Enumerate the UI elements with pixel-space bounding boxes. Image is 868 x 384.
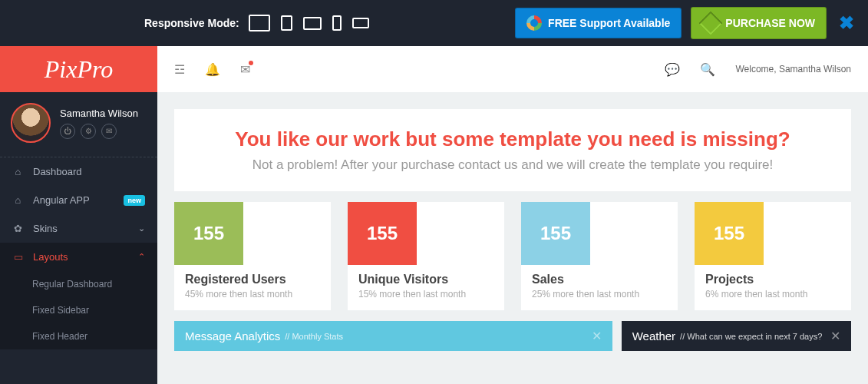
promo-title: You like our work but some template you … bbox=[190, 127, 836, 151]
promo-sub: Not a problem! After your purchase conta… bbox=[190, 157, 836, 173]
nav-dashboard[interactable]: ⌂Dashboard bbox=[0, 157, 157, 186]
desktop-icon[interactable] bbox=[249, 15, 270, 31]
logo[interactable]: PixPro bbox=[0, 46, 157, 92]
panel-subtitle: // What can we expect in next 7 days? bbox=[680, 332, 822, 341]
notification-dot bbox=[249, 61, 253, 65]
stat-sub: 15% more then last month bbox=[358, 289, 493, 300]
toggle-menu-icon[interactable]: ☲ bbox=[174, 62, 185, 77]
panels-row: Message Analytics // Monthly Stats ✕ Wea… bbox=[157, 310, 868, 351]
layout-icon: ▭ bbox=[12, 251, 24, 263]
user-panel: Samantha Wilson ⏻ ⚙ ✉ bbox=[0, 92, 157, 157]
chevron-up-icon: ⌃ bbox=[138, 252, 145, 262]
stat-sub: 45% more then last month bbox=[185, 289, 320, 300]
nav-label: Skins bbox=[33, 223, 58, 234]
new-badge: new bbox=[124, 195, 145, 206]
stat-value: 155 bbox=[348, 202, 417, 265]
panel-title: Weather bbox=[632, 329, 675, 343]
power-icon[interactable]: ⏻ bbox=[60, 124, 75, 139]
lifebuoy-icon bbox=[526, 15, 542, 31]
home-icon: ⌂ bbox=[12, 166, 24, 177]
package-icon bbox=[699, 11, 723, 35]
support-button-label: FREE Support Available bbox=[548, 17, 670, 29]
stat-title: Sales bbox=[532, 273, 667, 286]
panel-subtitle: // Monthly Stats bbox=[285, 332, 343, 341]
mail-icon[interactable]: ✉ bbox=[240, 62, 250, 77]
nav: ⌂Dashboard ⌂Angular APPnew ✿Skins⌄ ▭Layo… bbox=[0, 157, 157, 384]
sidebar: PixPro Samantha Wilson ⏻ ⚙ ✉ ⌂Dashboard … bbox=[0, 46, 157, 384]
nav-angular[interactable]: ⌂Angular APPnew bbox=[0, 186, 157, 214]
phone-landscape-icon[interactable] bbox=[352, 18, 369, 28]
comments-icon[interactable]: 💬 bbox=[665, 62, 680, 77]
promo-banner: You like our work but some template you … bbox=[174, 109, 851, 191]
message-analytics-panel: Message Analytics // Monthly Stats ✕ bbox=[174, 321, 612, 351]
stat-sales: 155 Sales25% more then last month bbox=[521, 202, 678, 310]
phone-portrait-icon[interactable] bbox=[332, 15, 342, 31]
header: ☲ 🔔 ✉ 💬 🔍 Welcome, Samantha Wilson bbox=[157, 46, 868, 92]
stat-registered-users: 155 Registered Users45% more then last m… bbox=[174, 202, 331, 310]
gear-icon[interactable]: ⚙ bbox=[81, 124, 96, 139]
stat-title: Projects bbox=[705, 273, 840, 286]
close-icon[interactable]: ✕ bbox=[592, 329, 602, 343]
responsive-mode-label: Responsive Mode: bbox=[144, 17, 239, 29]
main: ☲ 🔔 ✉ 💬 🔍 Welcome, Samantha Wilson You l… bbox=[157, 46, 868, 384]
stat-unique-visitors: 155 Unique Visitors15% more then last mo… bbox=[348, 202, 504, 310]
gear-icon: ✿ bbox=[12, 223, 24, 234]
nav-sub-regular[interactable]: Regular Dashboard bbox=[0, 271, 157, 297]
nav-label: Layouts bbox=[33, 251, 68, 263]
search-icon[interactable]: 🔍 bbox=[700, 62, 715, 77]
user-name: Samantha Wilson bbox=[60, 108, 138, 119]
tablet-portrait-icon[interactable] bbox=[281, 15, 292, 31]
nav-skins[interactable]: ✿Skins⌄ bbox=[0, 214, 157, 243]
home-icon: ⌂ bbox=[12, 194, 24, 206]
avatar[interactable] bbox=[11, 103, 51, 143]
close-preview-button[interactable]: ✖ bbox=[839, 12, 854, 34]
welcome-text: Welcome, Samantha Wilson bbox=[735, 64, 851, 74]
nav-layouts[interactable]: ▭Layouts⌃ bbox=[0, 243, 157, 271]
stat-value: 155 bbox=[521, 202, 590, 265]
purchase-button-label: PURCHASE NOW bbox=[725, 17, 815, 29]
preview-topbar: Responsive Mode: FREE Support Available … bbox=[0, 0, 868, 46]
stat-value: 155 bbox=[695, 202, 764, 265]
chat-icon[interactable]: ✉ bbox=[101, 124, 117, 139]
stat-sub: 25% more then last month bbox=[532, 289, 667, 300]
device-icons bbox=[249, 15, 369, 31]
nav-label: Dashboard bbox=[33, 166, 82, 177]
stat-title: Registered Users bbox=[185, 273, 320, 286]
stats-row: 155 Registered Users45% more then last m… bbox=[157, 202, 868, 310]
nav-sub-fixed-sidebar[interactable]: Fixed Sidebar bbox=[0, 297, 157, 323]
nav-label: Angular APP bbox=[33, 194, 90, 206]
close-icon[interactable]: ✕ bbox=[830, 329, 840, 343]
chevron-down-icon: ⌄ bbox=[138, 223, 145, 233]
purchase-button[interactable]: PURCHASE NOW bbox=[691, 7, 827, 39]
panel-title: Message Analytics bbox=[185, 329, 280, 343]
stat-sub: 6% more then last month bbox=[705, 289, 840, 300]
stat-projects: 155 Projects6% more then last month bbox=[695, 202, 851, 310]
bell-icon[interactable]: 🔔 bbox=[205, 62, 220, 77]
weather-panel: Weather // What can we expect in next 7 … bbox=[622, 321, 851, 351]
nav-sub-fixed-header[interactable]: Fixed Header bbox=[0, 323, 157, 349]
support-button[interactable]: FREE Support Available bbox=[515, 8, 682, 38]
stat-value: 155 bbox=[174, 202, 243, 265]
tablet-landscape-icon[interactable] bbox=[303, 17, 322, 30]
stat-title: Unique Visitors bbox=[358, 273, 493, 286]
